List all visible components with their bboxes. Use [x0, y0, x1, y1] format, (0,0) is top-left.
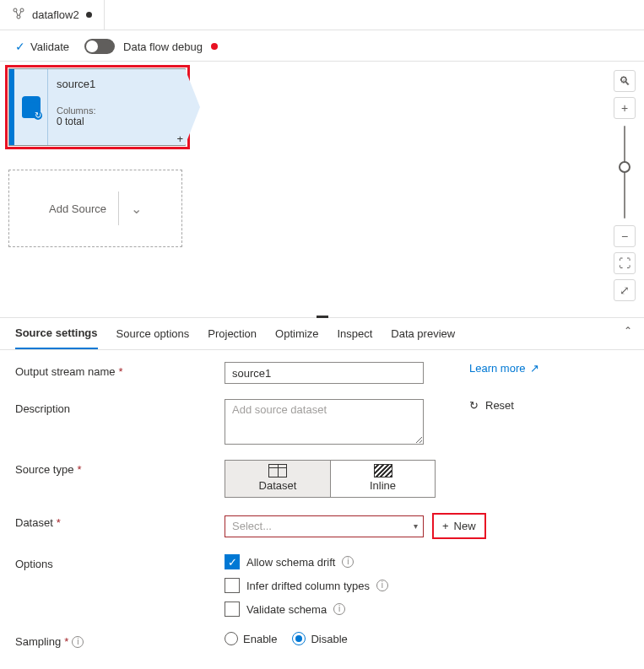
zoom-slider[interactable]: [624, 126, 625, 219]
new-button-label: New: [454, 520, 476, 532]
checkbox-icon[interactable]: [225, 578, 240, 593]
required-icon: *: [64, 635, 68, 648]
fit-icon: ⛶: [619, 256, 630, 270]
description-label: Description: [15, 399, 225, 415]
fullscreen-button[interactable]: ⤢: [614, 279, 636, 301]
row-output-stream-name: Output stream name * Learn more ↗: [15, 362, 629, 384]
source-node[interactable]: source1 Columns: 0 total +: [8, 68, 186, 146]
tab-optimize[interactable]: Optimize: [275, 327, 318, 348]
source-type-inline[interactable]: Inline: [330, 461, 435, 497]
row-options: Options ✓ Allow schema drift i Infer dri…: [15, 554, 629, 617]
tab-source-settings[interactable]: Source settings: [15, 326, 98, 349]
add-source-label: Add Source: [49, 202, 106, 215]
source-type-dataset[interactable]: Dataset: [225, 461, 330, 497]
zoom-slider-thumb[interactable]: [619, 161, 630, 173]
fullscreen-icon: ⤢: [620, 283, 630, 297]
required-icon: *: [57, 516, 61, 529]
radio-icon[interactable]: [292, 632, 306, 645]
panel-tabs: Source settings Source options Projectio…: [0, 318, 644, 350]
search-canvas-button[interactable]: 🔍︎: [614, 70, 636, 92]
row-dataset: Dataset * Select... ▾ + New: [15, 513, 629, 539]
dataflow-tab[interactable]: dataflow2: [0, 0, 105, 30]
learn-more-link[interactable]: Learn more ↗: [469, 362, 539, 375]
plus-icon: +: [621, 101, 628, 115]
sampling-radio-group: Enable Disable: [225, 632, 348, 645]
fit-to-screen-button[interactable]: ⛶: [614, 252, 636, 274]
opt-validate-schema[interactable]: Validate schema i: [225, 602, 388, 617]
tab-data-preview[interactable]: Data preview: [391, 327, 455, 348]
dataset-label: Dataset *: [15, 513, 225, 529]
dataflow-debug-label: Data flow debug: [123, 40, 203, 53]
dataflow-icon: [12, 7, 25, 23]
debug-status-icon: [211, 43, 218, 50]
dataflow-canvas[interactable]: source1 Columns: 0 total + Add Source ⌄ …: [0, 62, 644, 318]
checkbox-icon[interactable]: [225, 602, 240, 617]
sampling-disable[interactable]: Disable: [292, 632, 347, 645]
source-type-label: Source type *: [15, 460, 225, 476]
options-label: Options: [15, 554, 225, 570]
separator: [118, 192, 119, 225]
opt-infer-drifted[interactable]: Infer drifted column types i: [225, 578, 388, 593]
radio-label: Disable: [311, 633, 347, 645]
label-text: Sampling: [15, 635, 61, 648]
select-placeholder: Select...: [232, 520, 272, 532]
output-stream-name-input[interactable]: [225, 362, 424, 384]
inline-icon: [374, 464, 392, 477]
editor-tab-bar: dataflow2: [0, 0, 644, 30]
new-dataset-button[interactable]: + New: [439, 518, 479, 534]
canvas-tools: 🔍︎ + − ⛶ ⤢: [614, 70, 636, 301]
source-icon-wrap: [14, 69, 48, 145]
unsaved-indicator-icon: [86, 12, 92, 18]
toolbar: ✓ Validate Data flow debug: [0, 30, 644, 62]
info-icon[interactable]: i: [376, 580, 388, 591]
required-icon: *: [119, 365, 123, 378]
dataflow-debug-toggle[interactable]: [84, 39, 115, 54]
output-stream-name-label: Output stream name *: [15, 362, 225, 378]
required-icon: *: [77, 463, 81, 476]
reset-label: Reset: [485, 399, 514, 412]
add-step-icon[interactable]: +: [176, 132, 183, 145]
source-node-body: source1 Columns: 0 total: [48, 69, 185, 145]
radio-icon[interactable]: [225, 632, 238, 645]
options-list: ✓ Allow schema drift i Infer drifted col…: [225, 554, 388, 617]
reset-button[interactable]: ↻ Reset: [469, 399, 514, 412]
svg-point-0: [14, 8, 17, 12]
opt-allow-schema-drift[interactable]: ✓ Allow schema drift i: [225, 554, 388, 569]
database-icon: [22, 96, 41, 118]
external-link-icon: ↗: [530, 362, 539, 375]
new-button-highlight: + New: [432, 513, 486, 539]
add-source-button[interactable]: Add Source ⌄: [8, 170, 182, 247]
zoom-in-button[interactable]: +: [614, 97, 636, 119]
zoom-out-button[interactable]: −: [614, 225, 636, 247]
validate-button[interactable]: ✓ Validate: [15, 40, 69, 53]
checkbox-icon[interactable]: ✓: [225, 554, 240, 569]
optlabel: Allow schema drift: [246, 556, 335, 569]
columns-value: 0 total: [57, 116, 176, 127]
sampling-label: Sampling * i: [15, 632, 225, 648]
row-description: Description ↻ Reset: [15, 399, 629, 445]
collapse-panel-button[interactable]: ⌃: [624, 325, 632, 337]
info-icon[interactable]: i: [72, 636, 84, 648]
label-text: Description: [15, 402, 70, 415]
validate-label: Validate: [30, 40, 69, 53]
source-type-segmented: Dataset Inline: [225, 460, 436, 498]
learn-more-text: Learn more: [469, 362, 525, 375]
info-icon[interactable]: i: [333, 603, 345, 615]
optlabel: Infer drifted column types: [246, 580, 370, 592]
search-icon: 🔍︎: [619, 74, 630, 88]
tab-source-options[interactable]: Source options: [116, 327, 190, 348]
sampling-enable[interactable]: Enable: [225, 632, 277, 645]
label-text: Source type: [15, 463, 73, 476]
plus-icon: +: [442, 520, 449, 532]
row-source-type: Source type * Dataset Inline: [15, 460, 629, 498]
chevron-down-icon[interactable]: ⌄: [131, 201, 142, 217]
tab-projection[interactable]: Projection: [208, 327, 257, 348]
info-icon[interactable]: i: [342, 556, 354, 568]
table-icon: [268, 464, 287, 477]
refresh-icon: ↻: [469, 399, 479, 412]
description-textarea[interactable]: [225, 399, 424, 445]
optlabel: Validate schema: [246, 603, 327, 616]
segment-label: Inline: [370, 479, 396, 492]
dataset-select[interactable]: Select... ▾: [225, 515, 424, 537]
tab-inspect[interactable]: Inspect: [337, 327, 372, 348]
